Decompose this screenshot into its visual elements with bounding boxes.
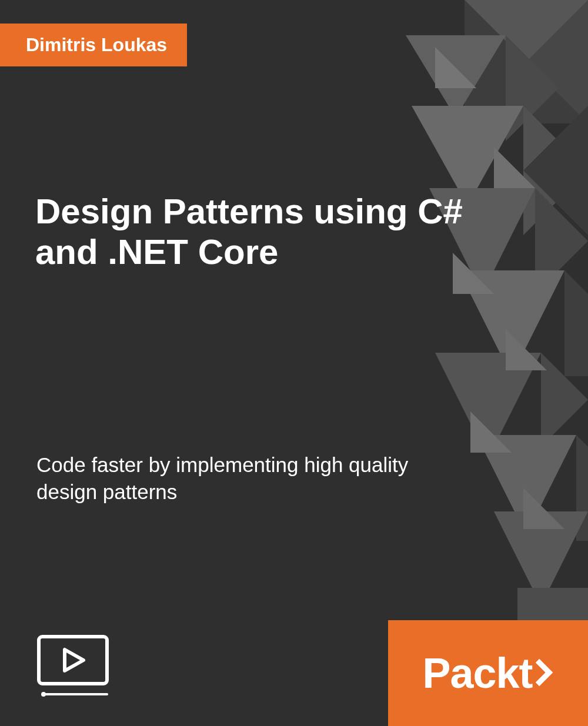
svg-marker-4	[506, 35, 559, 141]
svg-marker-19	[494, 147, 535, 188]
svg-marker-2	[465, 0, 588, 123]
video-course-cover: Dimitris Loukas Design Patterns using C#…	[0, 0, 588, 726]
svg-marker-10	[459, 270, 564, 376]
svg-marker-9	[535, 188, 588, 294]
author-tag: Dimitris Loukas	[0, 24, 187, 66]
svg-marker-13	[541, 353, 588, 447]
svg-marker-25	[65, 650, 83, 671]
decorative-triangle-pattern	[341, 0, 588, 726]
svg-marker-6	[523, 106, 588, 235]
svg-marker-14	[476, 435, 576, 535]
svg-marker-23	[523, 488, 564, 529]
svg-marker-11	[564, 270, 588, 376]
svg-marker-7	[523, 106, 588, 235]
svg-marker-16	[494, 511, 588, 605]
svg-rect-24	[39, 637, 107, 684]
video-play-icon	[35, 634, 111, 699]
publisher-name: Packt	[422, 649, 532, 697]
publisher-badge: Packt	[388, 620, 588, 726]
svg-marker-17	[517, 588, 588, 620]
svg-marker-3	[406, 35, 506, 118]
course-title: Design Patterns using C# and .NET Core	[35, 191, 506, 272]
author-name: Dimitris Loukas	[26, 34, 167, 55]
svg-marker-18	[435, 47, 476, 88]
svg-marker-15	[576, 435, 588, 541]
svg-marker-1	[526, 0, 588, 123]
svg-marker-21	[506, 329, 547, 370]
svg-marker-0	[465, 0, 588, 123]
svg-marker-22	[470, 411, 512, 453]
chevron-right-icon	[534, 649, 554, 697]
course-subtitle: Code faster by implementing high quality…	[36, 451, 465, 505]
svg-marker-12	[435, 353, 541, 459]
publisher-logo: Packt	[422, 649, 553, 697]
